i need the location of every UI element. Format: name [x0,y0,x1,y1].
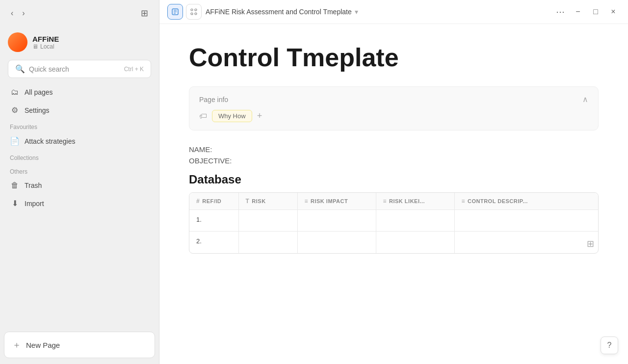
others-nav: 🗑 Trash ⬇ Import [0,177,159,212]
main-area: AFFiNE Risk Assessment and Control Tmepl… [159,0,628,364]
sidebar: ‹ › ⊞ AFFiNE 🖥 Local 🔍 Quick search Ctrl… [0,0,159,364]
col-like-label: RISK LIKEI... [389,198,425,204]
cell-control-1[interactable] [454,210,598,232]
more-options-button[interactable]: ⋯ [553,5,567,19]
col-refid-label: REF/ID [202,198,221,204]
search-icon: 🔍 [15,64,25,74]
col-impact-label: RISK IMPACT [311,198,348,204]
user-section[interactable]: AFFiNE 🖥 Local [0,26,159,56]
help-button[interactable]: ? [601,337,618,354]
local-label: Local [40,43,54,50]
search-bar[interactable]: 🔍 Quick search Ctrl + K [8,60,151,78]
user-info: AFFiNE 🖥 Local [32,35,59,50]
import-icon: ⬇ [10,199,20,208]
maximize-button[interactable]: □ [589,5,602,19]
page-info-label: Page info [199,96,228,104]
minimize-button[interactable]: − [571,5,585,19]
cell-impact-1[interactable] [297,210,376,232]
col-header-impact[interactable]: ≡ RISK IMPACT [297,193,376,210]
cell-impact-2[interactable] [297,232,376,253]
new-page-button[interactable]: ＋ New Page [4,332,155,358]
page-title: Control Tmeplate [189,44,599,72]
cell-like-2[interactable] [376,232,454,253]
doc-title-chevron[interactable]: ▾ [355,8,358,16]
trash-icon: 🗑 [10,181,20,190]
col-header-risk[interactable]: T RISK [238,193,297,210]
sidebar-nav: 🗂 All pages ⚙ Settings [0,84,159,119]
user-name: AFFiNE [32,35,59,43]
close-button[interactable]: × [606,5,620,19]
user-local: 🖥 Local [32,43,59,50]
plus-icon: ＋ [12,339,21,351]
cell-risk-1[interactable] [238,210,297,232]
col-risk-label: RISK [252,198,265,204]
all-pages-label: All pages [25,88,53,96]
sidebar-item-settings[interactable]: ⚙ Settings [4,102,155,119]
col-risk-type-icon: T [246,198,250,205]
forward-button[interactable]: › [19,7,27,20]
settings-label: Settings [25,106,50,114]
cell-ref-2[interactable]: 2. [189,232,238,253]
add-view-icon[interactable]: ⊞ [587,238,594,249]
search-shortcut: Ctrl + K [124,66,144,73]
new-page-label: New Page [26,341,60,349]
doc-mode-icon[interactable] [167,4,183,20]
col-refid-type-icon: # [196,198,200,205]
document-icon: 📄 [10,136,20,146]
tag-add-button[interactable]: + [257,111,262,121]
cell-like-1[interactable] [376,210,454,232]
favourites-section-label: Favourites [0,119,159,132]
name-line: NAME: [189,145,599,154]
table-header-row: # REF/ID T RISK ≡ [189,193,598,210]
edgeless-mode-icon[interactable] [186,4,202,20]
back-button[interactable]: ‹ [8,7,16,20]
col-control-type-icon: ≡ [462,198,466,205]
pages-icon: 🗂 [10,88,20,97]
import-label: Import [25,200,44,208]
titlebar: AFFiNE Risk Assessment and Control Tmepl… [159,0,628,24]
collections-section-label: Collections [0,150,159,163]
cell-ref-1[interactable]: 1. [189,210,238,232]
col-header-control[interactable]: ≡ CONTROL DESCRIP... [454,193,598,210]
sidebar-item-attack-strategies[interactable]: 📄 Attack strategies [4,132,155,150]
svg-point-6 [191,13,193,15]
col-header-likelihood[interactable]: ≡ RISK LIKEI... [376,193,454,210]
content-area: Control Tmeplate Page info ∧ 🏷 Why How +… [159,24,628,364]
local-icon: 🖥 [32,43,38,50]
svg-point-7 [195,13,197,15]
col-impact-type-icon: ≡ [305,198,309,205]
database-heading: Database [189,173,599,186]
search-placeholder: Quick search [29,65,120,73]
page-info-box: Page info ∧ 🏷 Why How + [189,86,599,130]
page-info-tags: 🏷 Why How + [199,110,588,122]
page-info-collapse-button[interactable]: ∧ [582,95,588,104]
sidebar-item-trash[interactable]: 🗑 Trash [4,177,155,194]
svg-point-5 [195,9,197,11]
table-row: 2. ⊞ [189,232,598,253]
others-section-label: Others [0,163,159,177]
sidebar-toggle-button[interactable]: ⊞ [138,6,151,21]
col-like-type-icon: ≡ [383,198,387,205]
cell-risk-2[interactable] [238,232,297,253]
avatar [8,32,27,52]
sidebar-item-import[interactable]: ⬇ Import [4,195,155,212]
table-row: 1. [189,210,598,232]
col-header-refid[interactable]: # REF/ID [189,193,238,210]
doc-title-text: AFFiNE Risk Assessment and Control Tmepl… [206,8,352,16]
nav-arrows: ‹ › [8,7,28,20]
favourites-nav: 📄 Attack strategies [0,132,159,150]
objective-line: OBJECTIVE: [189,156,599,165]
tag-icon: 🏷 [199,112,207,121]
titlebar-icons [167,4,202,20]
sidebar-item-all-pages[interactable]: 🗂 All pages [4,84,155,101]
database-table: # REF/ID T RISK ≡ [189,192,599,254]
tag-chip-why-how[interactable]: Why How [212,110,252,122]
sidebar-top: ‹ › ⊞ [0,0,159,26]
svg-point-4 [191,9,193,11]
page-info-header: Page info ∧ [199,95,588,104]
cell-control-2[interactable]: ⊞ [454,232,598,253]
doc-title: AFFiNE Risk Assessment and Control Tmepl… [206,8,550,16]
bottom-icons: ? [601,337,618,354]
attack-strategies-label: Attack strategies [25,137,76,145]
settings-icon: ⚙ [10,105,20,115]
